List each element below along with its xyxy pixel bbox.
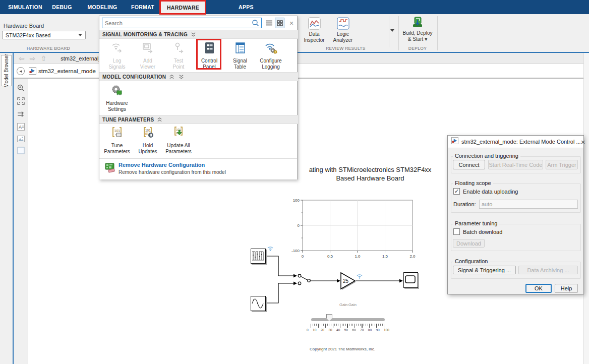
image-icon[interactable] [17,135,25,143]
area-select-icon[interactable] [17,146,25,155]
search-input[interactable] [102,20,252,26]
tab-apps[interactable]: APPS [229,0,263,14]
list-view-icon [266,20,272,26]
hardware-gallery-panel: × SIGNAL MONITORING & TRACING LogSignals… [99,16,298,179]
hardware-board-value: STM32F4xx Based [6,32,50,38]
model-browser-tab-label: Model Browser [4,54,9,88]
remove-hardware-icon [104,162,116,176]
chevron-double-down-icon[interactable] [191,32,196,37]
help-button[interactable]: Help [555,284,578,293]
slider-tick-label: 20 [321,328,324,332]
gallery-expand-arrow[interactable] [390,29,394,32]
slider-tick-label: 10 [313,328,316,332]
tab-hardware[interactable]: HARDWARE [161,1,205,14]
build-deploy-label2: & Start ▾ [403,36,433,42]
tab-modeling[interactable]: MODELING [82,0,123,14]
copyright-annotation: Copyright 2021 The MathWorks, Inc. [297,347,388,351]
connect-button[interactable]: Connect [453,160,485,169]
dialog-title-bar[interactable]: stm32_external_mode: External Mode Contr… [448,136,583,148]
signal-source-block[interactable] [251,249,266,264]
slider-tick-label: 30 [328,328,332,332]
gallery-item-test-point: TestPoint [163,41,194,70]
slider-tick-label: 50 [344,328,348,332]
simulink-model-icon [29,67,36,77]
ribbon-separator [437,16,438,50]
slider-tick-labels: 0 10 20 30 40 50 60 70 80 90 100 [307,328,389,332]
scope-xtick-20: 2.0 [409,254,416,259]
gallery-item-tune-parameters[interactable]: 101 TuneParameters [102,126,132,155]
model-title-annotation: ating with STMicroelectronics STM32F4xx … [294,166,446,183]
gain-block-label: Gain:Gain [327,302,369,307]
group-label: Parameter tuning [453,220,499,226]
sine-wave-block[interactable] [251,296,266,311]
control-panel-icon [202,41,216,56]
arm-trigger-button: Arm Trigger [546,160,578,169]
up-arrow-icon: ⇧ [40,55,46,62]
signal-triggering-button[interactable]: Signal & Triggering ... [453,266,516,274]
gallery-item-control-panel[interactable]: ControlPanel [194,41,224,70]
collapse-panel-button[interactable]: ◄ [17,67,25,75]
gain-slider-track[interactable] [311,318,385,321]
canvas-scrollbar-gutter[interactable] [583,53,589,364]
gallery-item-hardware-settings[interactable]: HardwareSettings [102,84,132,112]
zoom-icon[interactable] [17,84,25,92]
forward-arrow-icon: ⇨ [30,55,36,62]
deploy-section-label: DEPLOY [399,46,436,51]
simulink-model-icon [451,137,458,146]
gallery-item-configure-logging[interactable]: ConfigureLogging [256,41,286,70]
gallery-item-hold-updates[interactable]: 10101 HoldUpdates [133,126,163,155]
scope-ytick-n100: -100 [291,249,300,253]
tab-simulation[interactable]: SIMULATION [5,0,45,14]
slider-tick-label: 80 [368,328,372,332]
chevron-double-up-icon[interactable] [169,74,174,80]
dialog-close-icon[interactable]: × [581,138,585,146]
gallery-item-update-all-parameters[interactable]: 101010 Update AllParameters [163,126,194,155]
build-deploy-label: Build, Deploy [403,30,433,36]
annotation-icon[interactable]: A [17,123,25,131]
fit-to-view-icon[interactable] [17,97,25,105]
chevron-double-down-icon[interactable] [179,74,184,80]
search-icon [252,19,259,27]
tab-debug[interactable]: DEBUG [47,0,77,14]
model-tree-root[interactable]: stm32_external_mode [38,68,96,74]
signal-table-icon [233,41,247,56]
gallery-item-signal-table[interactable]: SignalTable [225,41,255,70]
dialog-title: stm32_external_mode: External Mode Contr… [461,139,581,145]
panel-footer[interactable]: Remove Hardware Configuration Remove har… [99,158,297,179]
chevron-down-icon [78,34,82,36]
update-diagram-icon[interactable] [17,110,25,118]
scope-xtick-15: 1.5 [382,254,388,259]
chevron-double-up-icon[interactable] [157,117,162,123]
slider-tick-label: 90 [376,328,379,332]
group-label: Floating scope [453,180,493,186]
model-browser-tab[interactable]: Model Browser [1,55,12,86]
remove-hardware-configuration-description: Remove hardware configuration from this … [119,169,226,175]
data-inspector-button[interactable]: DataInspector [302,17,327,43]
logic-analyzer-button[interactable]: LogicAnalyzer [329,17,357,43]
scope-block[interactable] [403,272,418,288]
enable-data-uploading-checkbox[interactable]: ✓ [453,188,460,195]
section-model-configuration[interactable]: MODEL CONFIGURATION [99,72,298,81]
gain-block[interactable]: 25 [340,272,358,293]
hardware-board-select[interactable]: STM32F4xx Based [2,31,86,39]
build-deploy-start-button[interactable]: Build, Deploy& Start ▾ [400,16,435,42]
hold-updates-icon: 10101 [141,126,155,141]
data-inspector-label2: Inspector [304,37,324,43]
start-real-time-code-button: Start Real-Time Code [488,160,543,169]
data-inspector-icon [308,17,321,31]
scope-xtick-05: 0.5 [327,254,333,259]
section-signal-monitoring[interactable]: SIGNAL MONITORING & TRACING [99,30,298,39]
ribbon-separator [398,16,399,50]
group-label: Connection and triggering [453,153,520,159]
batch-download-checkbox[interactable] [453,228,460,235]
close-panel-icon[interactable]: × [287,18,296,28]
tab-format[interactable]: FORMAT [125,0,160,14]
section-tune-parameters[interactable]: TUNE PARAMETERS [99,115,298,124]
section-title: SIGNAL MONITORING & TRACING [102,32,188,37]
list-view-button[interactable] [264,18,274,28]
svg-text:101: 101 [114,129,121,133]
remove-hardware-configuration-link[interactable]: Remove Hardware Configuration [119,162,205,168]
ok-button[interactable]: OK [525,284,552,293]
external-mode-control-dialog: stm32_external_mode: External Mode Contr… [447,135,584,294]
grid-view-button[interactable] [275,18,284,28]
